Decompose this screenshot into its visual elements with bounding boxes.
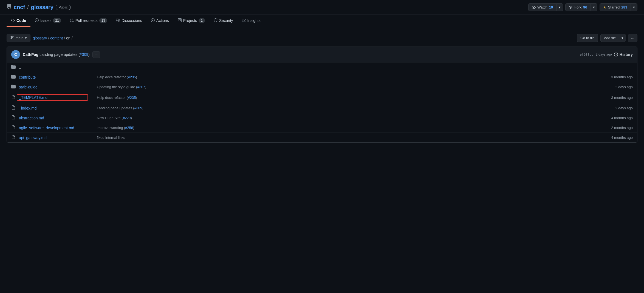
commit-time: 2 days ago xyxy=(596,53,612,56)
top-bar: cncf / glossary Public Watch 19 ▾ Fork 9… xyxy=(0,0,644,15)
folder-icon-contribute xyxy=(11,74,17,80)
fork-dropdown[interactable]: ▾ xyxy=(591,3,597,11)
tab-issues-label: Issues xyxy=(40,18,51,23)
tab-insights[interactable]: Insights xyxy=(238,15,265,27)
star-label: Starred xyxy=(608,5,620,9)
style-guide-date: 2 days ago xyxy=(592,85,633,89)
star-dropdown[interactable]: ▾ xyxy=(631,3,637,11)
parent-dir-link[interactable]: .. xyxy=(17,65,88,70)
more-options-button[interactable]: ··· xyxy=(628,34,637,42)
abstraction-md-link[interactable]: abstraction.md xyxy=(17,116,88,120)
file-icon-api-gateway xyxy=(11,135,17,140)
index-commit-link[interactable]: #309 xyxy=(134,106,142,110)
tab-insights-label: Insights xyxy=(247,18,261,23)
template-commit-link[interactable]: #235 xyxy=(128,96,136,100)
tab-discussions-label: Discussions xyxy=(122,18,142,23)
tab-code[interactable]: Code xyxy=(7,15,30,27)
pr-badge: 13 xyxy=(99,18,107,23)
contribute-link[interactable]: contribute xyxy=(17,75,88,79)
file-table: C CathPag Landing page updates (#309) ··… xyxy=(7,47,637,143)
index-commit: Landing page updates (#309) xyxy=(88,106,592,110)
agile-commit: improve wording (#258) xyxy=(88,126,592,130)
fork-button[interactable]: Fork 96 xyxy=(565,3,590,11)
file-row-agile: agile_software_development.md improve wo… xyxy=(7,123,637,133)
template-date: 3 months ago xyxy=(592,96,633,100)
api-gateway-md-link[interactable]: api_gateway.md xyxy=(17,136,88,140)
visibility-badge: Public xyxy=(56,5,71,10)
tab-security-label: Security xyxy=(219,18,233,23)
org-link[interactable]: cncf xyxy=(14,4,25,10)
folder-icon-style-guide xyxy=(11,84,17,90)
add-file-dropdown[interactable]: ▾ xyxy=(619,34,626,42)
tab-projects[interactable]: Projects 1 xyxy=(173,15,209,27)
tab-security[interactable]: Security xyxy=(209,15,238,27)
file-row-abstraction: abstraction.md New Hugo Site (#229) 4 mo… xyxy=(7,113,637,123)
repo-link[interactable]: glossary xyxy=(31,4,53,10)
agile-commit-link[interactable]: #258 xyxy=(125,126,133,130)
sep2: / xyxy=(64,36,65,40)
agile-md-link[interactable]: agile_software_development.md xyxy=(17,126,88,130)
index-md-link[interactable]: _index.md xyxy=(17,106,88,110)
star-button[interactable]: ★ Starred 283 xyxy=(600,3,631,11)
commit-ellipsis[interactable]: ··· xyxy=(92,51,100,58)
style-guide-commit-link[interactable]: #307 xyxy=(137,85,145,89)
breadcrumb-content[interactable]: content xyxy=(50,36,63,40)
contribute-commit-link[interactable]: #235 xyxy=(128,75,136,79)
branch-name: main xyxy=(16,36,23,40)
code-icon xyxy=(11,18,15,23)
branch-icon xyxy=(10,36,14,40)
main-content: main ▾ glossary / content / en / Go to f… xyxy=(0,27,644,149)
parent-icon xyxy=(11,65,17,70)
tab-discussions[interactable]: Discussions xyxy=(112,15,146,27)
watch-label: Watch xyxy=(537,5,547,9)
sep3: / xyxy=(72,36,73,40)
breadcrumb-glossary[interactable]: glossary xyxy=(33,36,47,40)
tab-actions[interactable]: Actions xyxy=(146,15,173,27)
commit-header: C CathPag Landing page updates (#309) ··… xyxy=(7,47,637,62)
abstraction-commit-link[interactable]: #229 xyxy=(123,116,131,120)
file-row-api-gateway: api_gateway.md fixed internal links 4 mo… xyxy=(7,133,637,142)
style-guide-commit: Updating the style guide (#307) xyxy=(88,85,592,89)
commit-message: CathPag Landing page updates (#309) xyxy=(23,52,90,57)
file-actions: Go to file Add file ▾ ··· xyxy=(577,34,637,42)
api-gateway-date: 4 months ago xyxy=(592,136,633,140)
agile-date: 2 months ago xyxy=(592,126,633,130)
style-guide-link[interactable]: style-guide xyxy=(17,85,88,89)
branch-chevron: ▾ xyxy=(25,36,27,40)
watch-dropdown[interactable]: ▾ xyxy=(556,3,563,11)
file-icon-abstraction xyxy=(11,115,17,120)
fork-group: Fork 96 ▾ xyxy=(565,3,597,11)
tab-pull-requests[interactable]: Pull requests 13 xyxy=(66,15,112,27)
commit-pr-link[interactable]: #309 xyxy=(80,52,88,57)
watch-button[interactable]: Watch 19 xyxy=(528,3,556,11)
star-icon: ★ xyxy=(603,5,606,9)
add-file-group: Add file ▾ xyxy=(600,34,626,42)
file-row-parent: .. xyxy=(7,62,637,72)
history-button[interactable]: History xyxy=(614,52,633,57)
file-row-style-guide: style-guide Updating the style guide (#3… xyxy=(7,82,637,92)
tab-code-label: Code xyxy=(16,18,26,23)
template-md-link[interactable]: _TEMPLATE.md xyxy=(17,94,88,101)
goto-file-button[interactable]: Go to file xyxy=(577,34,598,42)
commit-info: C CathPag Landing page updates (#309) ··… xyxy=(11,50,100,59)
file-row-template: _TEMPLATE.md Help docs refactor (#235) 3… xyxy=(7,92,637,103)
index-date: 2 days ago xyxy=(592,106,633,110)
add-file-button[interactable]: Add file xyxy=(600,34,619,42)
pr-icon xyxy=(70,18,74,23)
tab-pr-label: Pull requests xyxy=(75,18,98,23)
breadcrumb-bar: main ▾ glossary / content / en / Go to f… xyxy=(7,34,637,42)
commit-author: CathPag xyxy=(23,52,38,57)
tab-issues[interactable]: Issues 21 xyxy=(30,15,66,27)
path-separator: / xyxy=(27,4,29,10)
star-count: 283 xyxy=(621,5,627,9)
breadcrumb: glossary / content / en / xyxy=(33,36,72,40)
issues-badge: 21 xyxy=(53,18,61,23)
commit-text: Landing page updates ( xyxy=(39,52,80,57)
contribute-date: 3 months ago xyxy=(592,75,633,79)
projects-icon xyxy=(178,18,182,23)
actions-icon xyxy=(151,18,155,23)
branch-selector[interactable]: main ▾ xyxy=(7,34,30,42)
history-label: History xyxy=(620,52,633,57)
commit-close-paren: ) xyxy=(88,52,90,57)
nav-tabs: Code Issues 21 Pull requests 13 Discussi… xyxy=(0,15,644,27)
